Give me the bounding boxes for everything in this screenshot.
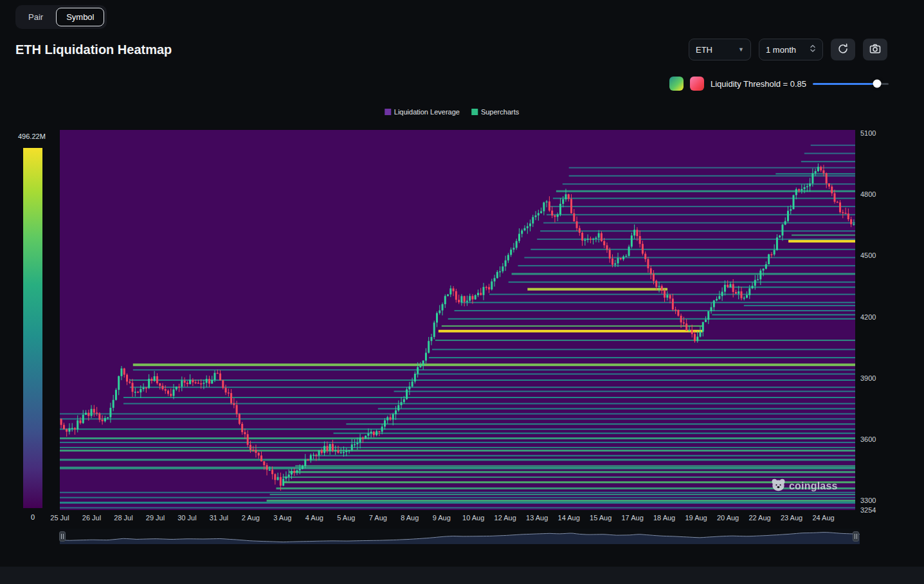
chevron-down-icon: ▼	[738, 46, 744, 53]
colorbar-max-label: 496.22M	[18, 132, 46, 140]
x-axis-label: 25 Jul	[50, 514, 69, 522]
x-axis-label: 15 Aug	[590, 514, 611, 522]
time-navigator[interactable]	[60, 529, 860, 544]
liquidity-threshold-slider[interactable]	[813, 79, 889, 88]
range-select[interactable]: 1 month	[759, 39, 823, 60]
footer-strip	[0, 567, 924, 584]
pair-symbol-toggle[interactable]: Pair Symbol	[15, 5, 107, 29]
x-axis-label: 5 Aug	[337, 514, 355, 522]
x-axis-label: 10 Aug	[462, 514, 484, 522]
date-axis: 25 Jul26 Jul28 Jul29 Jul30 Jul31 Jul2 Au…	[60, 514, 855, 523]
x-axis-label: 18 Aug	[653, 514, 675, 522]
liquidity-threshold-row: Liquidity Threshold = 0.85	[669, 77, 889, 91]
spinner-icon	[810, 44, 816, 55]
x-axis-label: 23 Aug	[781, 514, 802, 522]
x-axis-label: 14 Aug	[558, 514, 580, 522]
x-axis-label: 26 Jul	[82, 514, 101, 522]
y-axis-label: 3900	[860, 374, 876, 382]
x-axis-label: 7 Aug	[369, 514, 387, 522]
symbol-select-value: ETH	[696, 45, 712, 55]
y-axis-label: 3600	[860, 435, 876, 443]
screenshot-button[interactable]	[863, 39, 887, 60]
colorscale-swatch-green[interactable]	[669, 77, 684, 91]
coinglass-watermark: coinglass	[772, 479, 838, 494]
x-axis-label: 28 Jul	[114, 514, 132, 522]
x-axis-label: 13 Aug	[526, 514, 548, 522]
x-axis-label: 3 Aug	[273, 514, 291, 522]
x-axis-label: 22 Aug	[748, 514, 770, 522]
toggle-symbol[interactable]: Symbol	[56, 8, 104, 26]
x-axis-label: 24 Aug	[812, 514, 834, 522]
chart-controls: ETH ▼ 1 month	[689, 39, 887, 60]
toggle-pair[interactable]: Pair	[18, 8, 53, 26]
navigator-canvas[interactable]	[60, 529, 860, 544]
colorbar-min-label: 0	[23, 513, 42, 521]
legend-label: Supercharts	[481, 108, 519, 116]
range-select-value: 1 month	[766, 45, 796, 55]
legend-swatch-purple	[385, 109, 391, 115]
price-axis: 51004800450042003900360033003254	[860, 130, 889, 510]
x-axis-label: 4 Aug	[305, 514, 323, 522]
x-axis-label: 19 Aug	[685, 514, 707, 522]
y-axis-label: 4800	[860, 190, 876, 198]
watermark-text: coinglass	[789, 480, 838, 492]
y-axis-label: 5100	[860, 129, 876, 137]
y-axis-label: 4500	[860, 251, 876, 259]
refresh-button[interactable]	[831, 39, 855, 60]
navigator-right-handle[interactable]	[853, 531, 859, 542]
camera-icon	[869, 43, 881, 57]
heatmap-canvas[interactable]	[60, 130, 855, 510]
x-axis-label: 17 Aug	[621, 514, 643, 522]
x-axis-label: 9 Aug	[433, 514, 451, 522]
refresh-icon	[837, 43, 849, 57]
chart-legend: Liquidation Leverage Supercharts	[385, 108, 519, 116]
page-title: ETH Liquidation Heatmap	[15, 42, 172, 57]
legend-item-supercharts[interactable]: Supercharts	[471, 108, 519, 116]
slider-thumb[interactable]	[873, 80, 882, 88]
legend-swatch-green	[471, 109, 478, 115]
navigator-left-handle[interactable]	[59, 531, 66, 542]
x-axis-label: 30 Jul	[177, 514, 196, 522]
colorscale-swatch-red[interactable]	[690, 77, 704, 91]
liquidation-heatmap-page: Pair Symbol ETH Liquidation Heatmap ETH …	[0, 0, 924, 584]
x-axis-label: 29 Jul	[146, 514, 165, 522]
coinglass-logo-icon	[772, 479, 785, 494]
x-axis-label: 20 Aug	[717, 514, 739, 522]
colorbar	[23, 148, 42, 508]
y-axis-edge-label: 3254	[860, 506, 876, 514]
symbol-select[interactable]: ETH ▼	[689, 39, 751, 60]
x-axis-label: 12 Aug	[494, 514, 516, 522]
x-axis-label: 31 Jul	[210, 514, 228, 522]
x-axis-label: 8 Aug	[401, 514, 419, 522]
legend-item-liquidation-leverage[interactable]: Liquidation Leverage	[385, 108, 460, 116]
y-axis-label: 3300	[860, 497, 876, 504]
legend-label: Liquidation Leverage	[394, 108, 460, 116]
y-axis-label: 4200	[860, 313, 876, 321]
liquidity-threshold-label: Liquidity Threshold = 0.85	[711, 79, 806, 89]
x-axis-label: 2 Aug	[242, 514, 260, 522]
